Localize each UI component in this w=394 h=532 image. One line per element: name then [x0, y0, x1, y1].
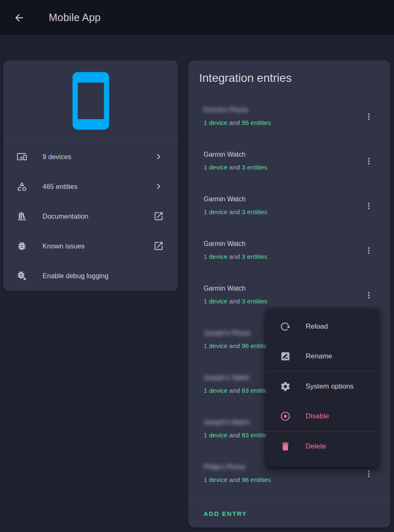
add-entry-button[interactable]: ADD ENTRY [204, 510, 247, 517]
entry-row: Garmin Watch 1 device and 3 entities [188, 194, 390, 239]
dots-vertical-icon [364, 246, 374, 255]
entry-conjunction: and [228, 432, 242, 439]
info-row-known-issues[interactable]: Known issues [3, 231, 178, 261]
entry-conjunction: and [228, 476, 242, 483]
add-entry-section: ADD ENTRY [188, 499, 390, 527]
entry-row: Garmin Watch 1 device and 3 entities [188, 150, 390, 194]
dots-vertical-icon [364, 290, 374, 300]
entry-name: Garmin Watch [204, 194, 364, 204]
dots-vertical-icon [364, 469, 374, 479]
entry-devices-link[interactable]: 1 device [204, 253, 228, 260]
open-in-new-icon [153, 241, 164, 251]
entry-conjunction: and [228, 253, 242, 260]
devices-count-label: 9 devices [43, 153, 153, 161]
entry-conjunction: and [228, 387, 242, 394]
info-row-documentation[interactable]: Documentation [3, 201, 178, 231]
entry-devices-link[interactable]: 1 device [204, 432, 228, 439]
entry-menu-button[interactable] [364, 201, 374, 211]
entry-conjunction: and [228, 298, 242, 305]
shapes-icon [17, 181, 27, 192]
menu-item-reload[interactable]: Reload [266, 312, 378, 341]
delete-icon [280, 441, 291, 452]
entry-name: Garmin Watch [204, 150, 364, 160]
entry-entities-link[interactable]: 3 entities [242, 164, 267, 171]
menu-item-rename[interactable]: Rename [266, 341, 378, 371]
entry-devices-link[interactable]: 1 device [204, 164, 228, 171]
entry-menu-button[interactable] [364, 246, 374, 255]
entry-entities-link[interactable]: 3 entities [242, 298, 267, 305]
entries-card-title: Integration entries [199, 71, 380, 85]
menu-item-system-options[interactable]: System options [266, 372, 378, 401]
cellphone-icon [59, 69, 122, 132]
entry-menu-button[interactable] [364, 469, 374, 479]
entry-entities-link[interactable]: 3 entities [242, 208, 267, 215]
entry-devices-link[interactable]: 1 device [204, 342, 228, 349]
entry-name: Garmin Watch [204, 239, 364, 249]
menu-item-label: Reload [306, 322, 328, 331]
entry-entities-link[interactable]: 96 entities [242, 476, 271, 483]
devices-icon [17, 151, 27, 162]
bug-play-icon [17, 270, 27, 281]
back-button[interactable] [13, 12, 25, 24]
entry-row: Emma's Phone 1 device and 95 entities [188, 105, 390, 150]
menu-item-label: System options [306, 382, 354, 391]
menu-item-label: Disable [306, 412, 329, 420]
dots-vertical-icon [364, 201, 374, 211]
rename-box-icon [280, 351, 291, 362]
menu-item-label: Rename [306, 352, 332, 360]
bug-icon [17, 241, 27, 251]
debug-logging-label: Enable debug logging [43, 272, 164, 280]
integration-icon-area [3, 60, 178, 142]
bookshelf-icon [17, 211, 27, 222]
info-row-entities[interactable]: 465 entities [3, 172, 178, 201]
info-row-devices[interactable]: 9 devices [3, 142, 178, 172]
chevron-right-icon [153, 181, 164, 192]
dots-vertical-icon [364, 156, 374, 166]
entry-devices-link[interactable]: 1 device [204, 119, 228, 126]
entry-devices-link[interactable]: 1 device [204, 387, 228, 394]
integration-info-card: 9 devices 465 entities Documentation Kno… [3, 60, 178, 291]
entry-entities-link[interactable]: 95 entities [242, 119, 271, 126]
chevron-right-icon [153, 151, 164, 162]
entry-context-menu: Reload Rename System options Disable Del… [266, 308, 378, 467]
menu-item-label: Delete [306, 442, 326, 451]
menu-item-delete[interactable]: Delete [266, 432, 378, 461]
menu-item-disable[interactable]: Disable [266, 401, 378, 431]
cog-icon [280, 381, 291, 392]
entry-devices-link[interactable]: 1 device [204, 298, 228, 305]
known-issues-label: Known issues [43, 242, 153, 250]
entry-entities-link[interactable]: 3 entities [242, 253, 267, 260]
entry-menu-button[interactable] [364, 112, 374, 122]
entry-menu-button[interactable] [364, 156, 374, 166]
open-in-new-icon [153, 211, 164, 222]
entry-devices-link[interactable]: 1 device [204, 208, 228, 215]
entry-devices-link[interactable]: 1 device [204, 476, 228, 483]
entry-name: Emma's Phone [204, 105, 364, 115]
entry-conjunction: and [228, 342, 242, 349]
info-row-debug-logging[interactable]: Enable debug logging [3, 261, 178, 291]
entry-row: Philip's Phone 1 device and 96 entities [188, 462, 390, 499]
reload-icon [280, 321, 291, 332]
app-header: Mobile App [0, 0, 394, 35]
documentation-label: Documentation [43, 212, 153, 220]
dots-vertical-icon [364, 112, 374, 122]
entry-conjunction: and [228, 119, 242, 126]
entry-menu-button[interactable] [364, 290, 374, 300]
entities-count-label: 465 entities [43, 183, 153, 191]
stop-circle-icon [280, 411, 291, 422]
page-title: Mobile App [49, 12, 101, 24]
entry-row: Garmin Watch 1 device and 3 entities [188, 239, 390, 284]
entry-conjunction: and [228, 164, 242, 171]
entry-name: Garmin Watch [204, 284, 364, 293]
entry-conjunction: and [228, 208, 242, 215]
arrow-left-icon [13, 12, 25, 24]
